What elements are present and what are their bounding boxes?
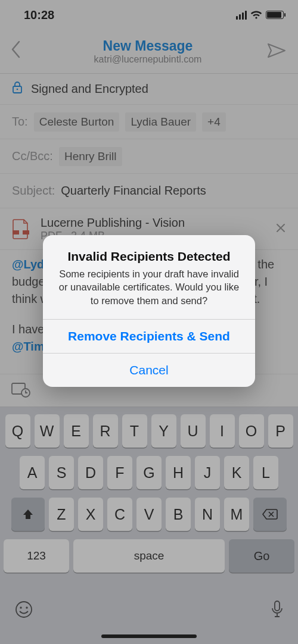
alert-title: Invalid Recipients Detected bbox=[56, 249, 242, 264]
remove-recipients-and-send-button[interactable]: Remove Recipients & Send bbox=[43, 319, 255, 353]
alert-dialog: Invalid Recipients Detected Some recipie… bbox=[43, 235, 255, 387]
cancel-button[interactable]: Cancel bbox=[43, 353, 255, 387]
alert-message: Some recipients in your draft have inval… bbox=[56, 267, 242, 307]
